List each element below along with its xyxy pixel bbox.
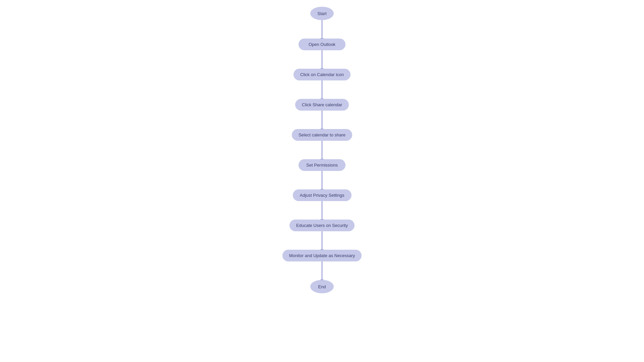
- connector-3: [322, 80, 322, 99]
- connector-5: [322, 141, 322, 159]
- node-monitor-update: Monitor and Update as Necessary: [282, 250, 362, 261]
- connector-1: [322, 20, 322, 39]
- connector-2: [322, 50, 322, 69]
- connector-7: [322, 201, 322, 220]
- connector-4: [322, 111, 322, 129]
- node-open-outlook: Open Outlook: [299, 39, 345, 50]
- connector-6: [322, 171, 322, 189]
- connector-9: [322, 261, 322, 280]
- node-start: Start: [310, 7, 334, 20]
- connector-8: [322, 231, 322, 250]
- flowchart-container: Start Open Outlook Click on Calendar ico…: [0, 0, 644, 293]
- node-click-share-calendar: Click Share calendar: [295, 99, 349, 111]
- node-click-calendar-icon: Click on Calendar icon: [293, 69, 351, 80]
- node-set-permissions: Set Permissions: [299, 159, 345, 171]
- node-end: End: [310, 280, 334, 293]
- node-select-calendar: Select calendar to share: [292, 129, 352, 141]
- node-educate-users: Educate Users on Security: [289, 220, 355, 231]
- node-adjust-privacy: Adjust Privacy Settings: [293, 189, 352, 201]
